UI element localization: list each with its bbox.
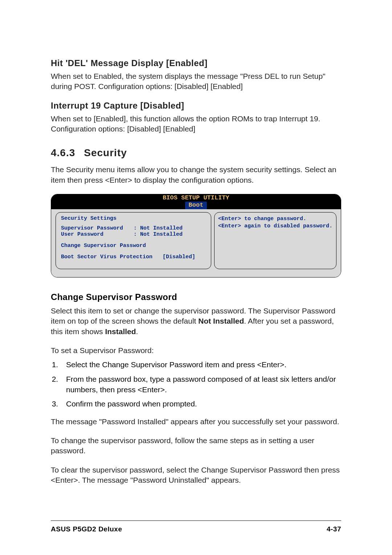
section-intro: The Security menu items allow you to cha… [51,165,341,185]
step-1: Select the Change Supervisor Password it… [60,359,341,370]
bios-bootsector-value: [Disabled] [163,254,195,260]
bios-user-value: : Not Installed [134,231,183,238]
bios-title-line1: BIOS SETUP UTILITY [51,194,341,202]
bios-bootsector-label: Boot Sector Virus Protection [61,254,163,260]
page-footer: ASUS P5GD2 Deluxe 4-37 [51,520,341,533]
change-supervisor-para2: To set a Supervisor Password: [51,345,341,356]
option-int19-title: Interrupt 19 Capture [Disabled] [51,101,341,111]
option-int19-body: When set to [Enabled], this function all… [51,114,341,134]
csp-bold-installed: Installed [105,327,136,336]
section-heading-security: 4.6.3Security [51,147,341,159]
bios-tab-boot: Boot [185,202,207,209]
section-title: Security [84,147,127,158]
step-3: Confirm the password when prompted. [60,398,341,409]
bios-security-heading: Security Settings [61,215,206,222]
bios-left-panel: Security Settings Supervisor Password: N… [56,212,211,269]
change-supervisor-title: Change Supervisor Password [51,292,341,302]
step-2: From the password box, type a password c… [60,374,341,395]
option-hit-del-title: Hit 'DEL' Message Display [Enabled] [51,58,341,68]
bios-title-bar: BIOS SETUP UTILITY Boot [51,194,341,209]
footer-product: ASUS P5GD2 Deluxe [51,525,122,533]
steps-list: Select the Change Supervisor Password it… [60,359,341,409]
footer-page-number: 4-37 [327,525,341,533]
option-hit-del-body: When set to Enabled, the system displays… [51,71,341,92]
bios-screenshot: BIOS SETUP UTILITY Boot Security Setting… [51,194,341,278]
change-supervisor-para4: To change the supervisor password, follo… [51,436,341,456]
section-number: 4.6.3 [51,147,75,159]
csp-bold-notinstalled: Not Installed [198,317,244,325]
change-supervisor-para5: To clear the supervisor password, select… [51,465,341,486]
bios-supervisor-value: : Not Installed [134,225,183,231]
bios-change-supervisor: Change Supervisor Password [61,243,206,249]
bios-user-label: User Password [61,231,134,238]
bios-supervisor-label: Supervisor Password [61,225,134,231]
bios-right-panel: <Enter> to change password. <Enter> agai… [214,212,336,269]
change-supervisor-para1: Select this item to set or change the su… [51,306,341,337]
change-supervisor-para3: The message "Password Installed" appears… [51,417,341,427]
bios-help-text: <Enter> to change password. <Enter> agai… [218,215,332,230]
csp-p1c: . [136,327,138,336]
